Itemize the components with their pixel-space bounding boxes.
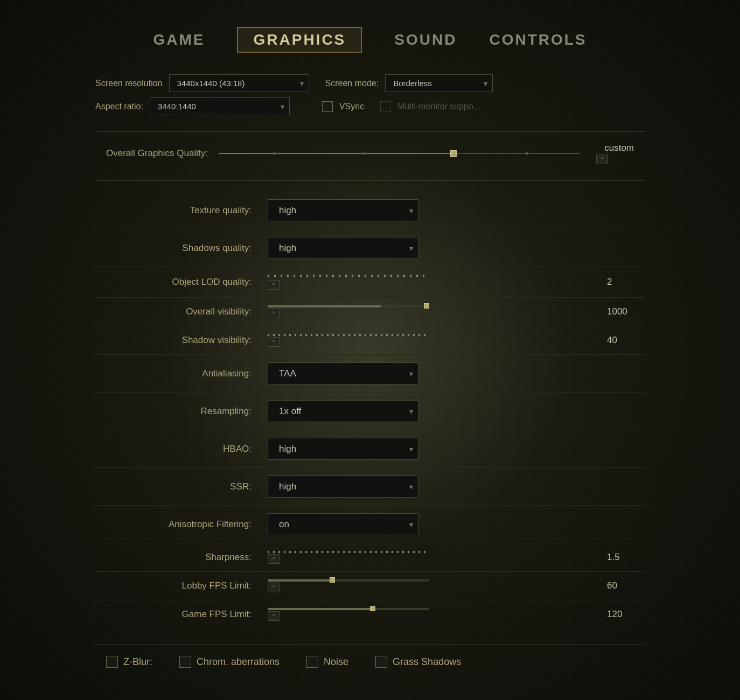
resolution-dropdown-wrapper: 3440x1440 (43:18) 1920x1080 (16:9) 2560x… <box>169 74 309 92</box>
sharpness-control: ^ 1.5 <box>268 551 634 564</box>
shadows-select-wrapper: highlowmediumultra <box>268 237 418 259</box>
object-lod-arrow-up[interactable]: ^ <box>268 280 280 290</box>
resampling-control: 1x off2x4x <box>268 400 634 422</box>
game-fps-row: Game FPS Limit: ^ 120 <box>95 600 645 628</box>
shadow-visibility-row: Shadow visibility: ^ 40 <box>95 326 645 355</box>
hbao-select[interactable]: highofflowmedium <box>268 438 418 460</box>
sharpness-slider-wrapper: ^ <box>268 551 598 564</box>
lobby-fps-arrow-up[interactable]: ^ <box>268 583 280 592</box>
nav-tabs: GAME GRAPHICS SOUND CONTROLS <box>95 27 645 53</box>
overall-visibility-track <box>268 305 429 307</box>
lobby-fps-row: Lobby FPS Limit: ^ 60 <box>95 572 645 600</box>
vsync-group: VSync <box>322 101 364 112</box>
divider-top <box>95 131 645 132</box>
game-fps-slider-wrapper: ^ <box>268 608 598 621</box>
tab-graphics[interactable]: GRAPHICS <box>237 27 362 53</box>
anisotropic-row: Anisotropic Filtering: onoff <box>95 506 645 543</box>
sharpness-row: Sharpness: ^ 1.5 <box>95 543 645 572</box>
lobby-fps-value: 60 <box>607 580 634 591</box>
anisotropic-select[interactable]: onoff <box>268 513 418 535</box>
game-fps-track <box>268 608 429 610</box>
overall-track-filled <box>219 153 453 154</box>
sharpness-arrow-up[interactable]: ^ <box>268 554 280 564</box>
resampling-row: Resampling: 1x off2x4x <box>95 393 645 430</box>
resolution-label: Screen resolution <box>95 79 163 88</box>
shadow-visibility-control: ^ 40 <box>268 334 634 347</box>
lobby-fps-handle[interactable] <box>330 577 335 583</box>
overall-handle[interactable] <box>450 150 457 157</box>
z-blur-checkbox-group[interactable]: Z-Blur: <box>106 656 152 668</box>
overall-quality-slider <box>219 148 580 159</box>
z-blur-checkbox[interactable] <box>106 656 118 668</box>
overall-visibility-value: 1000 <box>607 306 634 317</box>
lobby-fps-slider-wrapper: ^ <box>268 579 598 592</box>
antialiasing-wrapper: TAAOffFXAASMAA <box>268 362 418 384</box>
aspect-ratio-group: Aspect ratio: 3440:1440 16:9 4:3 <box>95 97 290 115</box>
chrom-aberrations-checkbox-group[interactable]: Chrom. aberrations <box>179 656 280 668</box>
screen-mode-wrapper: Borderless Fullscreen Windowed <box>385 74 493 92</box>
grass-shadows-checkbox[interactable] <box>375 656 387 668</box>
screen-mode-select[interactable]: Borderless Fullscreen Windowed <box>385 74 493 92</box>
tab-sound[interactable]: SOUND <box>394 31 457 48</box>
hbao-wrapper: highofflowmedium <box>268 438 418 460</box>
aspect-ratio-label: Aspect ratio: <box>95 102 143 111</box>
lobby-fps-fill <box>268 579 332 582</box>
game-fps-label: Game FPS Limit: <box>106 609 268 620</box>
sharpness-track <box>268 551 429 553</box>
game-fps-arrow-up[interactable]: ^ <box>268 611 280 621</box>
divider-mid <box>95 180 645 181</box>
lobby-fps-control: ^ 60 <box>268 579 634 592</box>
overall-visibility-label: Overall visibility: <box>106 306 268 317</box>
game-fps-value: 120 <box>607 609 634 620</box>
shadow-visibility-track <box>268 334 429 336</box>
chrom-aberrations-label: Chrom. aberrations <box>197 656 280 668</box>
overall-dot-1 <box>273 152 276 155</box>
overall-visibility-arrow-up[interactable]: ^ <box>268 309 280 318</box>
overall-dot-4 <box>526 152 528 155</box>
tab-controls[interactable]: CONTROLS <box>489 31 587 48</box>
anisotropic-control: onoff <box>268 513 634 535</box>
hbao-label: HBAO: <box>106 444 268 454</box>
ssr-row: SSR: highofflowmedium <box>95 468 645 506</box>
shadows-quality-select[interactable]: highlowmediumultra <box>268 237 418 259</box>
multimonitor-label: Multi-monitor suppo... <box>397 102 480 111</box>
settings-grid: Texture quality: highlowmediumultra Shad… <box>95 192 645 628</box>
game-fps-fill <box>268 608 373 610</box>
sharpness-value: 1.5 <box>607 552 634 563</box>
grass-shadows-checkbox-group[interactable]: Grass Shadows <box>375 656 461 668</box>
hbao-control: highofflowmedium <box>268 438 634 460</box>
top-controls-row2: Aspect ratio: 3440:1440 16:9 4:3 VSync M… <box>95 97 645 115</box>
game-fps-handle[interactable] <box>370 606 375 611</box>
aspect-wrapper: 3440:1440 16:9 4:3 <box>150 97 290 115</box>
tab-game[interactable]: GAME <box>153 31 205 48</box>
shadow-visibility-arrow-up[interactable]: ^ <box>268 337 280 347</box>
resolution-select[interactable]: 3440x1440 (43:18) 1920x1080 (16:9) 2560x… <box>169 74 309 92</box>
sharpness-label: Sharpness: <box>106 552 268 563</box>
vsync-checkbox[interactable] <box>322 101 333 112</box>
object-lod-label: Object LOD quality: <box>106 277 268 288</box>
overall-visibility-handle[interactable] <box>424 303 429 309</box>
texture-quality-select[interactable]: highlowmediumultra <box>268 199 418 221</box>
ssr-control: highofflowmedium <box>268 475 634 498</box>
resampling-select[interactable]: 1x off2x4x <box>268 400 418 422</box>
noise-checkbox-group[interactable]: Noise <box>306 656 348 668</box>
resampling-label: Resampling: <box>106 406 268 417</box>
noise-checkbox[interactable] <box>306 656 318 668</box>
antialiasing-row: Antialiasing: TAAOffFXAASMAA <box>95 355 645 393</box>
overall-track <box>219 153 580 154</box>
anisotropic-wrapper: onoff <box>268 513 418 535</box>
overall-visibility-slider-wrapper: ^ <box>268 305 598 318</box>
overall-quality-row: Overall Graphics Quality: custom ^ <box>95 143 645 164</box>
aspect-select[interactable]: 3440:1440 16:9 4:3 <box>150 97 290 115</box>
overall-quality-arrow-up[interactable]: ^ <box>596 155 608 164</box>
object-lod-control: ^ 2 <box>268 275 634 290</box>
ssr-select[interactable]: highofflowmedium <box>268 475 418 498</box>
antialiasing-select[interactable]: TAAOffFXAASMAA <box>268 362 418 384</box>
chrom-aberrations-checkbox[interactable] <box>179 656 191 668</box>
texture-select-wrapper: highlowmediumultra <box>268 199 418 221</box>
antialiasing-label: Antialiasing: <box>106 368 268 379</box>
object-lod-row: Object LOD quality: ^ 2 <box>95 267 645 298</box>
multimonitor-checkbox <box>380 101 391 112</box>
multimonitor-group: Multi-monitor suppo... <box>380 101 480 112</box>
texture-quality-row: Texture quality: highlowmediumultra <box>95 192 645 229</box>
